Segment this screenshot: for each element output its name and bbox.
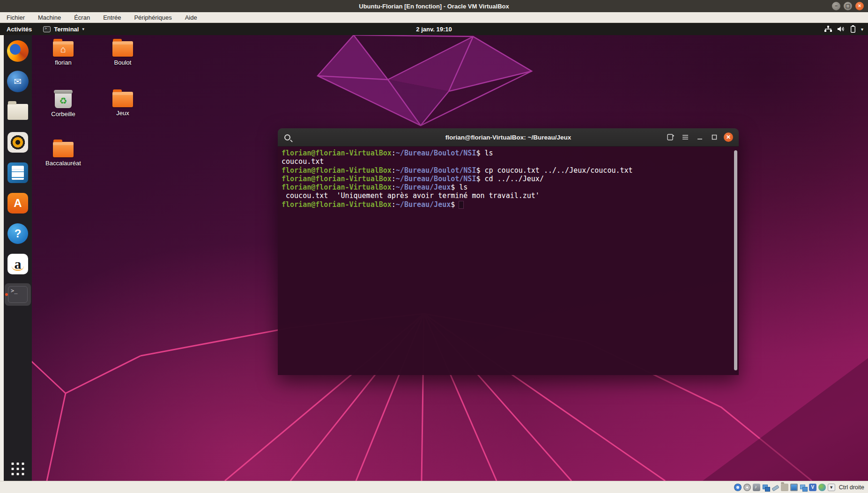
home-folder-icon: ⌂ [53,41,74,57]
dock-item-libreoffice-writer[interactable] [5,162,31,184]
desktop-icon-baccalaureat[interactable]: Baccalauréat [37,142,89,167]
recording-icon[interactable] [800,484,807,491]
dock-item-thunderbird[interactable]: ✉ [5,70,31,93]
dock-item-rhythmbox[interactable] [5,131,31,154]
desktop-icon-label: Baccalauréat [45,160,81,167]
show-applications-button[interactable] [12,463,24,475]
terminal-window: florian@florian-VirtualBox: ~/Bureau/Jeu… [278,128,739,375]
terminal-header[interactable]: florian@florian-VirtualBox: ~/Bureau/Jeu… [278,128,739,147]
desktop-icon-label: Boulot [114,59,132,66]
desktop-icon-label: Jeux [116,110,129,117]
audio-icon[interactable] [753,484,760,491]
dock-item-help[interactable]: ? [5,222,31,245]
terminal-line: florian@florian-VirtualBox:~/Bureau/Boul… [282,149,732,157]
usb-icon[interactable] [772,484,779,491]
terminal-icon [8,286,28,303]
folder-icon [53,142,74,157]
firefox-icon [7,40,29,62]
chevron-down-icon: ▾ [861,27,863,32]
virtualbox-window: Ubuntu-Florian [En fonction] - Oracle VM… [0,0,868,493]
app-menu-label: Terminal [54,26,79,33]
dock: ✉ A ? a [4,35,32,481]
dock-item-ubuntu-software[interactable]: A [5,192,31,214]
terminal-line: coucou.txt [282,157,732,166]
folder-icon [112,92,133,107]
menu-machine[interactable]: Machine [31,14,67,21]
minimize-icon: – [835,3,838,8]
new-tab-button[interactable] [666,132,676,142]
network-icon [824,26,832,32]
guest-screen: Activités Terminal ▾ 2 janv. 19:10 ▾ [0,23,868,481]
dock-item-files[interactable] [5,101,31,123]
search-icon[interactable] [284,134,290,140]
volume-icon [838,26,845,32]
window-edge-strip [0,35,4,481]
battery-icon [851,25,855,33]
titlebar: Ubuntu-Florian [En fonction] - Oracle VM… [0,0,868,12]
maximize-button[interactable]: ▢ [844,2,852,10]
dock-item-firefox[interactable] [5,40,31,62]
amazon-icon: a [7,254,28,274]
terminal-line: florian@florian-VirtualBox:~/Bureau/Boul… [282,166,732,175]
terminal-scrollbar[interactable] [734,150,737,370]
maximize-icon: ▢ [846,3,850,8]
activities-button[interactable]: Activités [0,26,38,33]
terminal-line: coucou.txt 'Uniquement après avoir termi… [282,191,732,200]
terminal-line: florian@florian-VirtualBox:~/Bureau/Boul… [282,175,732,183]
vbox-statusbar: V ▼ Ctrl droite [0,481,868,493]
folder-icon [112,41,133,57]
minimize-button[interactable]: – [832,2,840,10]
vbox-menubar: Fichier Machine Écran Entrée Périphériqu… [0,12,868,23]
menu-icon[interactable] [680,132,690,142]
terminal-line: florian@florian-VirtualBox:~/Bureau/Jeux… [282,183,732,191]
ubuntu-software-icon: A [7,193,28,213]
chevron-down-icon: ▾ [82,27,84,31]
dock-item-terminal[interactable] [5,283,31,306]
system-status-area[interactable]: ▾ [824,23,863,35]
desktop-icon-label: florian [55,59,71,66]
display-icon[interactable] [790,484,798,491]
desktop-icon-florian[interactable]: ⌂ florian [37,41,89,66]
network-adapters-icon[interactable] [762,484,770,491]
menu-peripheriques[interactable]: Périphériques [127,14,178,21]
features-icon[interactable]: V [809,484,816,491]
desktop-icon-jeux[interactable]: Jeux [97,92,148,117]
terminal-minimize-button[interactable] [695,132,705,142]
menu-aide[interactable]: Aide [178,14,204,21]
terminal-close-button[interactable]: ✕ [724,132,733,142]
desktop-icon-boulot[interactable]: Boulot [97,41,148,66]
shared-folders-icon[interactable] [781,484,788,491]
desktop-icon-corbeille[interactable]: ♻ Corbeille [37,90,89,118]
menu-entree[interactable]: Entrée [96,14,127,21]
close-icon: × [858,3,861,8]
rhythmbox-icon [7,132,28,153]
help-icon: ? [7,223,28,244]
optical-disk-icon[interactable] [743,484,751,491]
window-controls: – ▢ × [832,2,864,10]
hard-disk-icon[interactable] [734,484,742,491]
app-menu[interactable]: Terminal ▾ [38,26,89,33]
close-button[interactable]: × [855,2,864,10]
terminal-app-icon [43,26,51,32]
files-icon [7,104,28,120]
keyboard-icon[interactable]: ▼ [828,484,835,491]
window-title: Ubuntu-Florian [En fonction] - Oracle VM… [359,3,509,10]
desktop-icon-label: Corbeille [51,110,75,118]
terminal-maximize-button[interactable] [709,132,720,142]
menu-ecran[interactable]: Écran [67,14,96,21]
libreoffice-writer-icon [7,162,28,183]
dock-item-amazon[interactable]: a [5,253,31,275]
clock[interactable]: 2 janv. 19:10 [416,26,452,33]
menu-fichier[interactable]: Fichier [6,14,31,21]
terminal-title: florian@florian-VirtualBox: ~/Bureau/Jeu… [445,134,571,141]
host-key-label: Ctrl droite [839,484,864,491]
terminal-output: florian@florian-VirtualBox:~/Bureau/Boul… [282,149,732,209]
thunderbird-icon: ✉ [7,71,29,92]
ubuntu-topbar: Activités Terminal ▾ 2 janv. 19:10 ▾ [0,23,868,35]
terminal-body[interactable]: florian@florian-VirtualBox:~/Bureau/Boul… [278,147,739,375]
mouse-integration-icon[interactable] [818,484,826,491]
terminal-line: florian@florian-VirtualBox:~/Bureau/Jeux… [282,200,732,209]
trash-icon: ♻ [55,90,72,108]
